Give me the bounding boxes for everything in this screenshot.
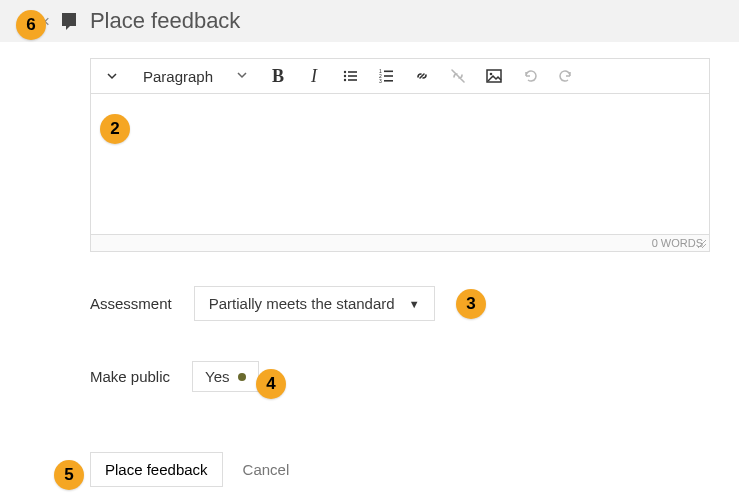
editor-statusbar: 0 WORDS: [91, 234, 709, 251]
image-button[interactable]: [483, 65, 505, 87]
svg-rect-12: [384, 80, 393, 82]
chevron-down-icon: [237, 69, 247, 83]
make-public-toggle[interactable]: Yes: [192, 361, 258, 392]
toolbar-expand-icon[interactable]: [101, 65, 123, 87]
svg-point-5: [344, 79, 346, 81]
paragraph-style-select[interactable]: Paragraph: [137, 68, 253, 85]
submit-button[interactable]: Place feedback: [90, 452, 223, 487]
svg-rect-4: [348, 75, 357, 77]
make-public-label: Make public: [90, 368, 170, 385]
feedback-icon: [60, 11, 80, 31]
svg-rect-2: [348, 71, 357, 73]
form-actions: Place feedback Cancel: [90, 452, 739, 487]
numbered-list-button[interactable]: 123: [375, 65, 397, 87]
status-dot-icon: [238, 373, 246, 381]
unlink-button[interactable]: [447, 65, 469, 87]
svg-point-3: [344, 75, 346, 77]
make-public-value: Yes: [205, 368, 229, 385]
dialog-header: × Place feedback: [0, 0, 739, 42]
resize-handle-icon[interactable]: [695, 237, 707, 249]
svg-point-1: [344, 71, 346, 73]
rich-text-editor: Paragraph B I 123 0 WORDS: [90, 58, 710, 252]
caret-down-icon: ▼: [409, 298, 420, 310]
svg-rect-6: [348, 79, 357, 81]
editor-toolbar: Paragraph B I 123: [91, 59, 709, 94]
svg-text:3: 3: [379, 78, 382, 84]
assessment-value: Partially meets the standard: [209, 295, 395, 312]
annotation-badge-6: 6: [16, 10, 46, 40]
assessment-label: Assessment: [90, 295, 172, 312]
annotation-badge-5: 5: [54, 460, 84, 490]
paragraph-style-label: Paragraph: [143, 68, 213, 85]
annotation-badge-4: 4: [256, 369, 286, 399]
link-button[interactable]: [411, 65, 433, 87]
annotation-badge-3: 3: [456, 289, 486, 319]
annotation-badge-2: 2: [100, 114, 130, 144]
svg-point-14: [490, 73, 493, 76]
make-public-row: Make public Yes: [90, 361, 739, 392]
bullet-list-button[interactable]: [339, 65, 361, 87]
svg-rect-8: [384, 71, 393, 73]
italic-button[interactable]: I: [303, 65, 325, 87]
undo-button[interactable]: [519, 65, 541, 87]
redo-button[interactable]: [555, 65, 577, 87]
assessment-select[interactable]: Partially meets the standard ▼: [194, 286, 435, 321]
assessment-row: Assessment Partially meets the standard …: [90, 286, 739, 321]
cancel-button[interactable]: Cancel: [243, 461, 290, 478]
svg-rect-0: [62, 13, 76, 26]
editor-textarea[interactable]: [91, 94, 709, 234]
dialog-title: Place feedback: [90, 8, 240, 34]
svg-rect-10: [384, 75, 393, 77]
bold-button[interactable]: B: [267, 65, 289, 87]
